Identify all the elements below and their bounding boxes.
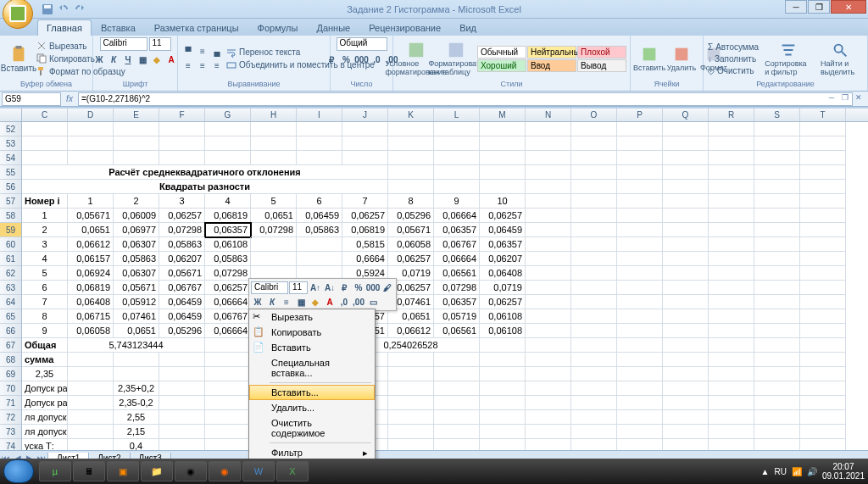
cell-D66[interactable]: 0,06058 — [68, 324, 114, 338]
cell-D64[interactable]: 0,06408 — [68, 295, 114, 309]
cell-S74[interactable] — [754, 439, 800, 450]
cell-M64[interactable]: 0,06257 — [480, 295, 526, 309]
cell-G52[interactable] — [205, 122, 251, 136]
col-header-Q[interactable]: Q — [663, 108, 709, 121]
cell-S66[interactable] — [754, 324, 800, 338]
cell-G72[interactable] — [205, 410, 251, 425]
cell-L58[interactable]: 0,06664 — [434, 209, 480, 223]
cell-T52[interactable] — [800, 122, 846, 136]
cell-G59[interactable]: 0,06357 — [205, 223, 251, 237]
cell-J60[interactable]: 0,5815 — [342, 237, 388, 252]
cell-P68[interactable] — [617, 353, 663, 367]
cell-N73[interactable] — [526, 425, 571, 439]
cell-E60[interactable]: 0,06307 — [114, 237, 159, 252]
cell-Q52[interactable] — [663, 122, 709, 136]
mini-comma[interactable]: 000 — [366, 281, 380, 294]
cell-H60[interactable] — [251, 237, 297, 252]
tab-Рецензирование[interactable]: Рецензирование — [359, 19, 450, 36]
style-input[interactable]: Ввод — [527, 59, 576, 72]
cell-T73[interactable] — [800, 425, 846, 439]
cell-S58[interactable] — [754, 209, 800, 223]
cell-Q59[interactable] — [663, 223, 709, 237]
cell-L53[interactable] — [434, 136, 480, 151]
cell-Q64[interactable] — [663, 295, 709, 309]
cell-D59[interactable]: 0,0651 — [68, 223, 114, 237]
cell-P59[interactable] — [617, 223, 663, 237]
cell-O65[interactable] — [571, 309, 617, 324]
cell-C63[interactable]: 6 — [22, 281, 68, 295]
cell-C61[interactable]: 4 — [22, 252, 68, 266]
cell-M67[interactable] — [480, 338, 526, 353]
cell-F62[interactable]: 0,05671 — [159, 266, 205, 281]
task-word[interactable]: W — [242, 461, 275, 481]
align-top[interactable]: ▀ — [181, 45, 195, 58]
context-Вставить[interactable]: Вставить📄 — [249, 340, 375, 355]
mini-italic[interactable]: К — [265, 295, 279, 309]
cell-N61[interactable] — [526, 252, 571, 266]
cell-T74[interactable] — [800, 439, 846, 450]
cell-C69[interactable]: 2,35 — [22, 367, 68, 381]
cell-H57[interactable]: 5 — [251, 194, 297, 209]
cell-H59[interactable]: 0,07298 — [251, 223, 297, 237]
cell-S69[interactable] — [754, 367, 800, 381]
cell-M74[interactable] — [480, 439, 526, 450]
cell-Q72[interactable] — [663, 410, 709, 425]
cell-D68[interactable] — [68, 353, 114, 367]
cell-S62[interactable] — [754, 266, 800, 281]
format-as-table-button[interactable]: Форматировать как таблицу — [437, 39, 476, 78]
cell-D60[interactable]: 0,06612 — [68, 237, 114, 252]
tray-lang[interactable]: RU — [774, 467, 786, 476]
task-firefox[interactable]: ◉ — [209, 461, 241, 481]
cell-E63[interactable]: 0,05671 — [114, 281, 159, 295]
cell-F53[interactable] — [159, 136, 205, 151]
col-header-T[interactable]: T — [800, 108, 846, 121]
cell-O70[interactable] — [571, 381, 617, 396]
cell-O63[interactable] — [571, 281, 617, 295]
delete-cells[interactable]: Удалить — [666, 43, 697, 74]
row-header-70[interactable]: 70 — [0, 381, 21, 396]
cell-I58[interactable]: 0,06459 — [297, 209, 342, 223]
mini-dec-dec[interactable]: ,00 — [352, 295, 365, 309]
cell-G71[interactable] — [205, 396, 251, 410]
row-header-60[interactable]: 60 — [0, 237, 21, 252]
cell-T71[interactable] — [800, 396, 846, 410]
cell-M70[interactable] — [480, 381, 526, 396]
style-neutral[interactable]: Нейтральный — [527, 46, 576, 58]
cell-M57[interactable]: 10 — [480, 194, 526, 209]
cell-J59[interactable]: 0,06819 — [342, 223, 388, 237]
cell-M66[interactable]: 0,06108 — [480, 324, 526, 338]
cell-E71[interactable]: 2,35-0,2 — [114, 396, 159, 410]
cell-R62[interactable] — [709, 266, 754, 281]
cell-S57[interactable] — [754, 194, 800, 209]
cell-T66[interactable] — [800, 324, 846, 338]
row-header-69[interactable]: 69 — [0, 367, 21, 381]
cell-C62[interactable]: 5 — [22, 266, 68, 281]
bold-button[interactable]: Ж — [92, 53, 106, 66]
cell-K54[interactable] — [388, 151, 434, 165]
align-center[interactable]: ≡ — [196, 59, 209, 73]
cell-D58[interactable]: 0,05671 — [68, 209, 114, 223]
col-header-C[interactable]: C — [22, 108, 68, 121]
cell-M73[interactable] — [480, 425, 526, 439]
cell-G69[interactable] — [205, 367, 251, 381]
cell-J54[interactable] — [342, 151, 388, 165]
cell-P60[interactable] — [617, 237, 663, 252]
select-all-corner[interactable] — [0, 108, 22, 121]
row-header-53[interactable]: 53 — [0, 136, 21, 151]
mini-currency[interactable]: ₽ — [337, 281, 351, 294]
cell-G60[interactable]: 0,06108 — [205, 237, 251, 252]
italic-button[interactable]: К — [107, 53, 120, 66]
cell-N53[interactable] — [526, 136, 571, 151]
cell-C57[interactable]: Номер i — [22, 194, 68, 209]
cell-K66[interactable]: 0,06612 — [388, 324, 434, 338]
cell-S70[interactable] — [754, 381, 800, 396]
cell-O67[interactable] — [571, 338, 617, 353]
cell-J53[interactable] — [342, 136, 388, 151]
save-icon[interactable] — [41, 3, 54, 16]
cell-R60[interactable] — [709, 237, 754, 252]
cell-L56[interactable] — [434, 180, 480, 194]
cell-E53[interactable] — [114, 136, 159, 151]
cell-R58[interactable] — [709, 209, 754, 223]
mini-align[interactable]: ≡ — [280, 295, 293, 309]
undo-icon[interactable] — [57, 3, 70, 16]
